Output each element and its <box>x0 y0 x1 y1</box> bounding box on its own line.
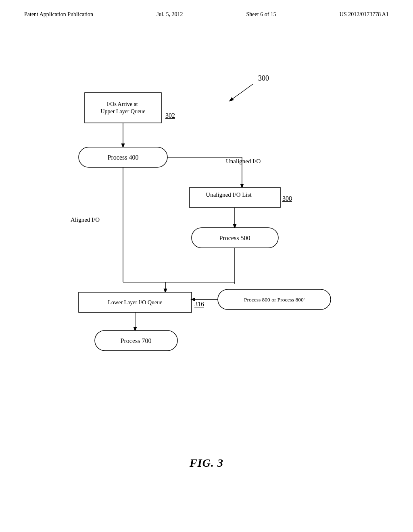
diagram-area: 300 I/Os Arrive at Upper Layer Queue 302… <box>32 69 379 371</box>
header-publication-label: Patent Application Publication <box>24 11 93 18</box>
header-patent-number: US 2012/0173778 A1 <box>340 11 389 18</box>
caption-text: FIG. 3 <box>190 457 223 469</box>
node-302-box <box>85 93 161 123</box>
node-400-text: Process 400 <box>108 154 139 161</box>
header-sheet: Sheet 6 of 15 <box>246 11 276 18</box>
node-316-id: 316 <box>194 301 204 308</box>
page-header: Patent Application Publication Jul. 5, 2… <box>0 0 413 18</box>
node-800-text: Process 800 or Process 800' <box>244 297 305 303</box>
flowchart-svg: 300 I/Os Arrive at Upper Layer Queue 302… <box>32 69 379 371</box>
node-316-text: Lower Layer I/O Queue <box>108 299 163 305</box>
label-aligned-io: Aligned I/O <box>71 216 100 223</box>
figure-caption: FIG. 3 <box>0 457 413 470</box>
node-700-text: Process 700 <box>121 337 152 344</box>
arrow-300-to-302 <box>230 84 253 101</box>
node-308-text: Unaligned I/O List <box>206 191 252 198</box>
label-300: 300 <box>258 74 269 82</box>
node-308-id: 308 <box>282 195 292 202</box>
node-302-id: 302 <box>165 112 175 119</box>
header-date: Jul. 5, 2012 <box>156 11 183 18</box>
label-unaligned-io: Unaligned I/O <box>226 158 261 164</box>
node-500-text: Process 500 <box>219 235 250 241</box>
